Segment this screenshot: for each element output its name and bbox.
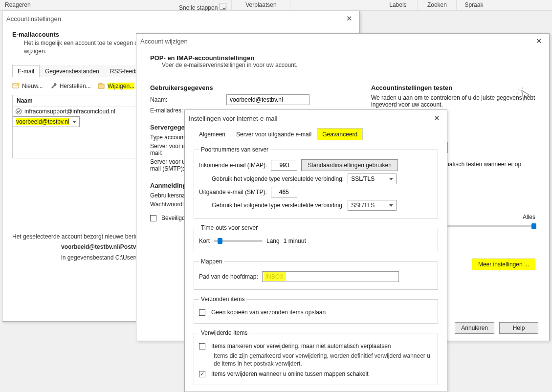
- ribbon: Reageren Snelle stappen Verplaatsen Labe…: [0, 0, 552, 11]
- label-encryption-in: Gebruik het volgende type versleutelde v…: [212, 175, 344, 182]
- encryption-in-select[interactable]: SSL/TLS: [348, 174, 397, 184]
- cursor-click-icon: [517, 87, 534, 105]
- tab-general[interactable]: Algemeen: [194, 128, 231, 140]
- fieldset-ports: Poortnummers van server Inkomende e-mail…: [194, 146, 438, 218]
- titlebar: Accountinstellingen ✕: [2, 11, 359, 26]
- ribbon-group-zoeken: Zoeken: [418, 0, 457, 10]
- tab-advanced[interactable]: Geavanceerd: [317, 128, 363, 140]
- folder-edit-icon: [98, 82, 106, 90]
- ribbon-group-snelle: Snelle stappen: [174, 0, 232, 10]
- legend-deleted: Verwijderde Items: [199, 329, 249, 336]
- smtp-port-field[interactable]: [271, 187, 297, 197]
- fieldset-sent: Verzonden items Geen kopieën van verzond…: [194, 296, 438, 324]
- name-field[interactable]: [226, 94, 309, 105]
- dialog-buttons: OK Annuleren: [194, 388, 438, 392]
- ribbon-group-labels: Labels: [378, 0, 418, 10]
- root-path-field[interactable]: [262, 271, 399, 282]
- label-name: Naam:: [150, 96, 223, 103]
- checkbox-no-copy[interactable]: [199, 309, 205, 316]
- titlebar: Instellingen voor internet-e-mail ✕: [185, 110, 447, 127]
- toolbar-change[interactable]: Wijzigen...: [98, 82, 134, 90]
- section-user: Gebruikersgegevens: [150, 84, 360, 91]
- label-imap-port: Inkomende e-mail (IMAP):: [199, 162, 267, 169]
- offline-value: Alles: [523, 214, 535, 220]
- tab-data-files[interactable]: Gegevensbestanden: [40, 65, 105, 77]
- label-encryption-out: Gebruik het volgende type versleutelde v…: [212, 202, 344, 209]
- label-long: Lang: [266, 238, 280, 244]
- label-mark-delete: Items markeren voor verwijdering, maar n…: [211, 343, 391, 349]
- window-title: Account wijzigen: [140, 38, 188, 45]
- dialog-launcher-icon[interactable]: [220, 3, 226, 10]
- svg-rect-2: [98, 84, 104, 88]
- wrench-icon: [50, 82, 58, 90]
- section-test: Accountinstellingen testen: [371, 84, 535, 91]
- defaults-button[interactable]: Standaardinstellingen gebruiken: [301, 159, 397, 171]
- checkbox-spa[interactable]: [150, 215, 156, 221]
- close-icon[interactable]: ✕: [343, 13, 355, 24]
- tab-outgoing[interactable]: Server voor uitgaande e-mail: [231, 128, 317, 140]
- legend-timeouts: Time-outs voor server: [199, 224, 260, 231]
- timeout-slider[interactable]: [214, 240, 263, 242]
- more-settings-button[interactable]: Meer instellingen ...: [472, 259, 535, 270]
- select-value: SSL/TLS: [351, 175, 375, 182]
- test-desc: We raden u aan om te controleren of u de…: [371, 94, 535, 108]
- label-no-copy: Geen kopieën van verzonden items opslaan: [211, 309, 326, 316]
- label-short: Kort: [199, 238, 210, 244]
- window-title: Instellingen voor internet-e-mail: [189, 115, 277, 122]
- close-icon[interactable]: ✕: [532, 36, 545, 46]
- legend-ports: Poortnummers van server: [199, 146, 270, 153]
- offline-slider[interactable]: [447, 225, 535, 227]
- close-icon[interactable]: ✕: [430, 113, 443, 124]
- ribbon-label: Snelle stappen: [179, 4, 218, 11]
- legend-folders: Mappen: [199, 258, 224, 265]
- cancel-button[interactable]: Annuleren: [455, 322, 494, 334]
- account-name: infracomsupport@infracomcloud.nl: [24, 108, 115, 115]
- pop-imap-desc: Voer de e-mailserverinstellingen in voor…: [162, 62, 535, 68]
- ribbon-group-reageren: Reageren: [0, 0, 32, 10]
- toolbar-repair-label: Herstellen...: [60, 83, 91, 89]
- select-value: SSL/TLS: [351, 202, 375, 209]
- toolbar-new-label: Nieuw...: [22, 83, 43, 89]
- window-title: Accountinstellingen: [6, 15, 61, 22]
- checkbox-purge[interactable]: [199, 371, 205, 377]
- account-row-2[interactable]: voorbeeld@testbv.nl: [13, 116, 80, 127]
- toolbar-repair[interactable]: Herstellen...: [50, 82, 91, 90]
- tabstrip: Algemeen Server voor uitgaande e-mail Ge…: [194, 128, 438, 140]
- titlebar: Account wijzigen ✕: [136, 34, 549, 48]
- legend-sent: Verzonden items: [199, 296, 246, 303]
- fieldset-deleted: Verwijderde Items Items markeren voor ve…: [194, 329, 438, 385]
- label-smtp-port: Uitgaande e-mail (SMTP):: [199, 189, 267, 196]
- window-internet-email-settings: Instellingen voor internet-e-mail ✕ Alge…: [184, 109, 447, 392]
- label-root-path: Pad van de hoofdmap:: [199, 273, 258, 280]
- checkbox-mark-delete[interactable]: [199, 343, 205, 349]
- account-name: voorbeeld@testbv.nl: [16, 118, 69, 125]
- ribbon-group-verplaatsen: Verplaatsen: [232, 0, 290, 10]
- heading-pop-imap: POP- en IMAP-accountinstellingen: [150, 54, 535, 62]
- tab-email[interactable]: E-mail: [12, 65, 40, 77]
- note-mark-delete: Items die zijn gemarkeerd voor verwijder…: [214, 352, 433, 368]
- svg-point-1: [17, 83, 20, 86]
- imap-port-field[interactable]: [271, 160, 297, 171]
- help-button[interactable]: Help: [499, 322, 538, 334]
- timeout-value: 1 minuut: [284, 238, 306, 244]
- label-purge: Items verwijderen wanneer u online tusse…: [211, 370, 369, 377]
- encryption-out-select[interactable]: SSL/TLS: [348, 200, 397, 211]
- toolbar-change-label: Wijzigen...: [108, 83, 134, 89]
- fieldset-timeouts: Time-outs voor server Kort Lang 1 minuut: [194, 224, 438, 252]
- ribbon-group-spraak: Spraak: [457, 0, 491, 10]
- bottom-buttons: Annuleren Help: [455, 322, 538, 334]
- fieldset-folders: Mappen Pad van de hoofdmap:: [194, 258, 438, 290]
- toolbar-new[interactable]: Nieuw...: [12, 82, 43, 90]
- check-icon: [16, 109, 22, 114]
- mail-new-icon: [12, 82, 20, 90]
